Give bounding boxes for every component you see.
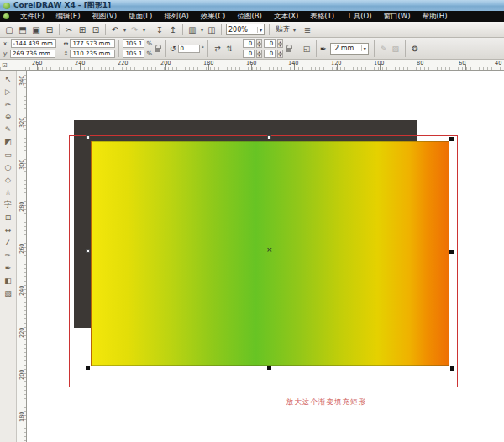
corner-tl-stepper[interactable]: ▴▾ bbox=[256, 39, 262, 48]
edit-outline-button[interactable]: ▨ bbox=[390, 43, 402, 55]
corner-br-field[interactable]: 0 bbox=[264, 50, 276, 58]
freehand-tool-icon: ✎ bbox=[5, 125, 12, 134]
object-height-field[interactable]: 110.235 mm bbox=[70, 50, 115, 58]
paste-button[interactable]: ⊡ bbox=[89, 23, 102, 36]
menu-text[interactable]: 文本(X) bbox=[268, 11, 304, 22]
convert-to-curves-button[interactable]: ❂ bbox=[409, 43, 421, 55]
object-center-marker[interactable]: × bbox=[266, 246, 273, 254]
propbar-separator bbox=[165, 40, 166, 57]
drawing-canvas[interactable]: ↖ ▷ ✂ ⊕ ✎ ◩ ▭ ○ ◇ ☆ 字 ⊞ ↔ ∠ ✑ ✒ ◧ ▨ 340 … bbox=[0, 71, 504, 442]
menu-file[interactable]: 文件(F) bbox=[14, 11, 50, 22]
menu-table[interactable]: 表格(T) bbox=[304, 11, 340, 22]
ruler-origin[interactable]: ⊡ bbox=[2, 60, 25, 70]
app-launcher-dropdown[interactable]: ▾ bbox=[199, 27, 205, 33]
menubar-app-icon[interactable] bbox=[3, 13, 9, 19]
selection-handle-top-center[interactable] bbox=[267, 135, 271, 139]
fill-tool[interactable]: ◧ bbox=[2, 274, 15, 287]
corner-tl-field[interactable]: 0 bbox=[243, 39, 255, 48]
object-width-field[interactable]: 177.573 mm bbox=[70, 39, 115, 48]
redo-icon: ↷ bbox=[131, 25, 138, 34]
outline-pen-tool[interactable]: ✒ bbox=[2, 261, 15, 274]
title-bar[interactable]: CorelDRAW X4 - [图形1] bbox=[0, 0, 504, 11]
selection-handle-bottom-center[interactable] bbox=[267, 366, 271, 370]
menu-layout[interactable]: 版面(L) bbox=[123, 11, 158, 22]
ellipse-tool[interactable]: ○ bbox=[2, 160, 15, 173]
menu-effects[interactable]: 效果(C) bbox=[195, 11, 232, 22]
redo-dropdown[interactable]: ▾ bbox=[141, 27, 147, 33]
scale-h-field[interactable]: 105.1 bbox=[123, 39, 144, 48]
selection-handle-top-left[interactable] bbox=[86, 135, 90, 139]
menu-bitmaps[interactable]: 位图(B) bbox=[231, 11, 267, 22]
redo-button[interactable]: ↷ bbox=[128, 23, 141, 36]
undo-button[interactable]: ↶ bbox=[108, 23, 122, 36]
connector-tool[interactable]: ∠ bbox=[2, 236, 15, 249]
shape-tool[interactable]: ▷ bbox=[2, 85, 15, 97]
rotation-field[interactable]: 0 bbox=[178, 45, 200, 53]
scale-v-field[interactable]: 105.1 bbox=[123, 50, 144, 58]
options-button[interactable]: ≣ bbox=[301, 23, 314, 36]
print-button[interactable]: ⊟ bbox=[43, 23, 56, 36]
corner-lock-button[interactable] bbox=[283, 43, 293, 55]
edit-fill-button[interactable]: ✎ bbox=[378, 43, 390, 55]
save-button[interactable]: ▣ bbox=[29, 23, 43, 36]
shape-tool-icon: ▷ bbox=[5, 87, 11, 96]
menu-help[interactable]: 帮助(H) bbox=[417, 11, 454, 22]
freehand-tool[interactable]: ✎ bbox=[2, 123, 15, 135]
corner-bl-field[interactable]: 0 bbox=[243, 50, 255, 58]
menu-window[interactable]: 窗口(W) bbox=[378, 11, 417, 22]
selection-handle-middle-left[interactable] bbox=[86, 249, 90, 253]
menu-tools[interactable]: 工具(O) bbox=[340, 11, 377, 22]
scale-lock-button[interactable] bbox=[152, 43, 162, 55]
y-position-field[interactable]: 269.736 mm bbox=[10, 50, 55, 58]
menu-edit[interactable]: 编辑(E) bbox=[50, 11, 87, 22]
crop-tool-icon: ✂ bbox=[5, 100, 12, 108]
rectangle-tool[interactable]: ▭ bbox=[2, 148, 15, 160]
zoom-level-combo[interactable]: 200% ▾ bbox=[226, 24, 265, 35]
selection-handle-top-right[interactable] bbox=[449, 137, 454, 141]
ruler-v-label: 240 bbox=[18, 286, 25, 296]
dimension-tool[interactable]: ↔ bbox=[2, 224, 15, 236]
pick-tool[interactable]: ↖ bbox=[2, 72, 15, 85]
open-button[interactable]: ⬒ bbox=[16, 23, 29, 36]
export-button[interactable]: ↥ bbox=[166, 23, 180, 36]
selection-handle-bottom-left[interactable] bbox=[86, 366, 90, 370]
mirror-horizontal-button[interactable]: ⇄ bbox=[212, 43, 223, 55]
corner-bl-stepper[interactable]: ▴▾ bbox=[256, 50, 262, 58]
corner-tr-stepper[interactable]: ▴▾ bbox=[277, 39, 283, 48]
wrap-text-button[interactable]: ◱ bbox=[301, 43, 312, 55]
copy-icon: ⊞ bbox=[79, 25, 86, 34]
snap-to-button[interactable]: 贴齐 ▾ bbox=[272, 24, 301, 34]
table-tool[interactable]: ⊞ bbox=[2, 211, 15, 224]
selection-handle-middle-right[interactable] bbox=[449, 250, 454, 254]
new-icon: ▢ bbox=[5, 25, 13, 34]
corner-tr-field[interactable]: 0 bbox=[264, 39, 276, 48]
copy-button[interactable]: ⊞ bbox=[76, 23, 89, 36]
import-button[interactable]: ↧ bbox=[153, 23, 166, 36]
eyedropper-tool[interactable]: ✑ bbox=[2, 249, 15, 261]
x-position-field[interactable]: -144.439 mm bbox=[11, 39, 56, 48]
crop-tool[interactable]: ✂ bbox=[2, 97, 15, 110]
outline-width-combo[interactable]: .2 mm ▾ bbox=[330, 43, 369, 55]
polygon-tool[interactable]: ◇ bbox=[2, 173, 15, 186]
undo-dropdown[interactable]: ▾ bbox=[122, 27, 128, 33]
menu-arrange[interactable]: 排列(A) bbox=[158, 11, 194, 22]
outline-width-value: .2 mm bbox=[333, 45, 361, 52]
basic-shapes-tool[interactable]: ☆ bbox=[2, 186, 15, 198]
vertical-ruler[interactable]: 340 320 300 280 260 240 220 200 180 bbox=[17, 71, 27, 442]
mirror-vertical-button[interactable]: ⇅ bbox=[223, 43, 235, 55]
open-icon: ⬒ bbox=[18, 25, 26, 34]
cut-button[interactable]: ✂ bbox=[62, 23, 76, 36]
ruler-h-label: 140 bbox=[288, 60, 298, 66]
fullscreen-preview-button[interactable]: ◫ bbox=[205, 23, 218, 36]
text-tool[interactable]: 字 bbox=[2, 198, 15, 211]
selection-handle-bottom-right[interactable] bbox=[450, 366, 454, 371]
smart-fill-tool[interactable]: ◩ bbox=[2, 135, 15, 148]
new-button[interactable]: ▢ bbox=[3, 23, 16, 36]
horizontal-ruler[interactable]: ⊡ 260 240 220 200 180 160 140 120 100 80… bbox=[0, 60, 504, 71]
height-icon: ↕ bbox=[64, 50, 69, 57]
menu-view[interactable]: 视图(V) bbox=[87, 11, 123, 22]
corner-br-stepper[interactable]: ▴▾ bbox=[277, 50, 283, 58]
zoom-tool[interactable]: ⊕ bbox=[2, 110, 15, 123]
interactive-fill-tool[interactable]: ▨ bbox=[2, 287, 15, 299]
app-launcher-button[interactable]: ▥ bbox=[186, 23, 199, 36]
